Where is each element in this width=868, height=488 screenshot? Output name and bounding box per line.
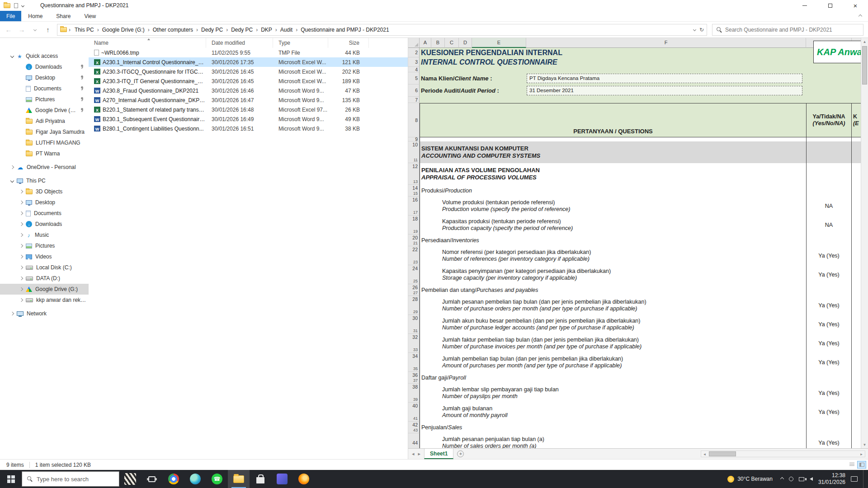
sidebar-item-pt-warna[interactable]: PT Warna <box>0 148 89 159</box>
up-button[interactable]: ↑ <box>42 24 54 36</box>
tray-app-icon[interactable] <box>789 477 793 481</box>
chevron-right-icon[interactable] <box>19 287 23 291</box>
chevron-right-icon[interactable] <box>19 222 23 226</box>
hidden-icons-chevron-icon[interactable] <box>780 477 784 481</box>
spreadsheet-column-E[interactable]: E <box>472 38 526 48</box>
details-view-button[interactable] <box>847 461 856 469</box>
spreadsheet-row[interactable]: 3839Jumlah lembar slip pembayaran gaji t… <box>408 384 861 403</box>
spreadsheet-row[interactable]: 1415Produksi/Production <box>408 185 861 197</box>
spreadsheet-column-C[interactable]: C <box>445 38 459 48</box>
sidebar-group-this-pc[interactable]: This PC <box>0 175 89 186</box>
breadcrumb-item-dkp[interactable]: DKP <box>259 27 274 33</box>
sidebar-item-documents[interactable]: Documents <box>0 83 89 94</box>
file-row-b280-1-contingent-liabilities-questionn[interactable]: B280.1_Contingent Liabilities Questionn.… <box>89 124 408 133</box>
sidebar-item-google-drive-g[interactable]: Google Drive (G:) <box>0 284 89 295</box>
breadcrumb-item-other-computers[interactable]: Other computers <box>151 27 195 33</box>
breadcrumb-item-google-drive-g[interactable]: Google Drive (G:) <box>100 27 147 33</box>
horizontal-scrollbar[interactable]: ◂ ▸ <box>701 450 865 457</box>
spreadsheet-row[interactable]: 9 <box>408 137 861 141</box>
taskbar-firefox[interactable] <box>293 470 315 488</box>
minimize-button[interactable] <box>792 0 817 11</box>
large-icons-view-button[interactable] <box>857 461 866 469</box>
spreadsheet-row[interactable]: 3435Jumlah pembelian tiap bulan (dan per… <box>408 353 861 372</box>
address-bar[interactable]: › This PC›Google Drive (G:)›Other comput… <box>57 24 707 36</box>
clock[interactable]: 12:38 31/01/2026 <box>818 472 845 486</box>
spreadsheet-row[interactable]: 6Periode Audit/Audit Period :31 Desember… <box>408 84 861 97</box>
scroll-down-icon[interactable]: ▼ <box>861 441 868 448</box>
sheet-nav-right-icon[interactable]: ▸ <box>418 451 421 457</box>
file-row-a230-8-fraud-questionnaire-dkp2021[interactable]: A230.8_Fraud Questionnaire_DKP202130/01/… <box>89 86 408 95</box>
taskbar-edge[interactable] <box>184 470 206 488</box>
search-box[interactable] <box>712 24 863 36</box>
chevron-right-icon[interactable] <box>19 266 23 269</box>
maximize-button[interactable] <box>817 0 843 11</box>
select-all-corner[interactable] <box>408 38 420 48</box>
forward-button[interactable]: → <box>16 24 28 36</box>
spreadsheet-column-B[interactable]: B <box>431 38 445 48</box>
file-row-a270-internal-audit-questionnaire-dkp2[interactable]: A270_Internal Audit Questionnaire_DKP2..… <box>89 95 408 105</box>
file-row-b220-1-statement-of-related-party-transac[interactable]: B220.1_Statement of related party transa… <box>89 105 408 114</box>
show-desktop-button[interactable] <box>863 470 865 488</box>
action-center-icon[interactable] <box>851 476 858 482</box>
sidebar-item-downloads[interactable]: Downloads <box>0 219 89 230</box>
breadcrumb-item-this-pc[interactable]: This PC <box>72 27 96 33</box>
ribbon-tab-share[interactable]: Share <box>49 11 77 21</box>
sidebar-item-3d-objects[interactable]: 3D Objects <box>0 186 89 197</box>
taskbar-file-explorer[interactable] <box>228 470 250 488</box>
sheet-nav-left-icon[interactable]: ◂ <box>412 451 415 457</box>
spreadsheet-row[interactable]: 5Nama Klien/Client Name :PT Digdaya Kenc… <box>408 72 861 84</box>
address-dropdown-icon[interactable] <box>693 28 696 31</box>
taskbar-pinned-app[interactable] <box>271 470 293 488</box>
ribbon-tab-file[interactable]: File <box>0 11 21 21</box>
scroll-up-icon[interactable]: ▲ <box>861 38 868 45</box>
spreadsheet-column-D[interactable]: D <box>459 38 472 48</box>
taskbar-search[interactable] <box>22 471 119 487</box>
weather-widget[interactable]: 30°C Berawan <box>725 476 775 483</box>
spreadsheet-row[interactable]: 1819Kapasitas produksi (tentukan periode… <box>408 216 861 235</box>
sidebar-item-music[interactable]: Music <box>0 230 89 240</box>
close-button[interactable]: × <box>843 0 868 11</box>
spreadsheet-row[interactable]: 4 <box>408 67 861 72</box>
spreadsheet-row[interactable]: 3233Jumlah faktur pembelian tiap bulan (… <box>408 334 861 353</box>
spreadsheet-row[interactable]: 1011SISTEM AKUNTANSI DAN KOMPUTERACCOUNT… <box>408 141 861 163</box>
chevron-right-icon[interactable] <box>19 277 23 280</box>
sidebar-item-adi-priyatna[interactable]: Adi Priyatna <box>0 116 89 127</box>
chevron-right-icon[interactable] <box>10 165 14 169</box>
sidebar-group-onedrive-personal[interactable]: OneDrive - Personal <box>0 162 89 173</box>
taskbar-task-view[interactable] <box>141 470 163 488</box>
ribbon-tab-home[interactable]: Home <box>21 11 49 21</box>
spreadsheet-row[interactable]: 3637Daftar gaji/Payroll <box>408 372 861 384</box>
spreadsheet-row[interactable]: 8PERTANYAAN / QUESTIONSYa/Tidak/NA(Yes/N… <box>408 103 861 137</box>
taskbar-widget-thumbnail[interactable] <box>119 470 141 488</box>
sidebar-item-desktop[interactable]: Desktop <box>0 197 89 208</box>
breadcrumb-item-questionnaire-and-pmpj-dkp2021[interactable]: Questionnaire and PMPJ - DKP2021 <box>298 27 391 33</box>
sidebar-item-documents[interactable]: Documents <box>0 208 89 219</box>
spreadsheet-row[interactable]: 2KUESIONER PENGENDALIAN INTERNAL <box>408 48 861 57</box>
sidebar-item-figar-jaya-samudra[interactable]: Figar Jaya Samudra <box>0 127 89 137</box>
sidebar-item-downloads[interactable]: Downloads <box>0 61 89 72</box>
scroll-left-icon[interactable]: ◂ <box>701 452 708 456</box>
sidebar-item-pictures[interactable]: Pictures <box>0 94 89 105</box>
chevron-right-icon[interactable] <box>19 244 23 248</box>
spreadsheet-column-F[interactable]: F <box>526 38 806 48</box>
spreadsheet-column-A[interactable]: A <box>420 38 431 48</box>
chevron-right-icon[interactable] <box>19 298 23 302</box>
file-row-a230-1-internal-control-questionnaire-d[interactable]: A230.1_Internal Control Questionnaire_D.… <box>89 57 408 67</box>
chevron-right-icon[interactable] <box>19 233 23 237</box>
spreadsheet-row[interactable]: 1213PENILAIAN ATAS VOLUME PENGOLAHANAPPR… <box>408 163 861 185</box>
taskbar-whatsapp[interactable]: ☎ <box>206 470 228 488</box>
taskbar-search-input[interactable] <box>37 476 114 483</box>
spreadsheet-row[interactable]: 44Jumlah pesanan penjualan tiap bulan (a… <box>408 433 861 448</box>
sidebar-item-local-disk-c[interactable]: Local Disk (C:) <box>0 262 89 273</box>
chevron-down-icon[interactable] <box>10 54 14 58</box>
sheet-tab[interactable]: Sheet1 <box>424 449 453 459</box>
spreadsheet-row[interactable]: 2223Nomor referensi (per kategori persed… <box>408 246 861 265</box>
collapse-ribbon-icon[interactable] <box>859 14 862 18</box>
scroll-right-icon[interactable]: ▸ <box>858 452 865 456</box>
spreadsheet-row[interactable]: 2829Jumlah pesanan pembelian tiap bulan … <box>408 296 861 315</box>
taskbar-chrome[interactable] <box>163 470 184 488</box>
sidebar-item-luthfi-magang[interactable]: LUTHFI MAGANG <box>0 137 89 148</box>
sidebar-item-videos[interactable]: Videos <box>0 251 89 262</box>
file-row-wrl0066-tmp[interactable]: ~WRL0066.tmp11/02/2025 9:55TMP File44 KB <box>89 48 408 57</box>
spreadsheet-row[interactable]: 4041Jumlah gaji bulananAmount of monthly… <box>408 403 861 422</box>
